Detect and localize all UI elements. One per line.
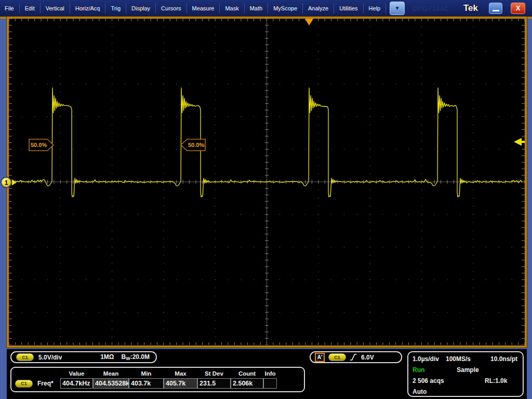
ref-level-marker[interactable]: 50.0% (29, 139, 54, 151)
col-info: Info (263, 369, 277, 378)
sample-rate: 100MS/s (446, 354, 471, 365)
time-per-point: 10.0ns/pt (490, 354, 517, 365)
close-button[interactable]: X (511, 3, 525, 14)
menu-trig[interactable]: Trig (105, 3, 126, 14)
readout-panel: C1 5.0V/div 1MΩ BW:20.0M A' C1 6.0V 1.0µ… (7, 349, 527, 399)
channel-1-arrow-icon (12, 179, 17, 185)
menu-utilities[interactable]: Utilities (334, 3, 363, 14)
measurement-table[interactable]: Value Mean Min Max St Dev Count Info C1 … (10, 367, 305, 392)
trigger-position-marker[interactable] (305, 19, 313, 25)
trigger-level: 6.0V (361, 354, 374, 361)
col-stdev: St Dev (197, 369, 231, 378)
channel-1-badge: 1 (1, 177, 12, 188)
menu-measure[interactable]: Measure (187, 3, 220, 14)
menu-myscope[interactable]: MyScope (268, 3, 303, 14)
menu-display[interactable]: Display (126, 3, 156, 14)
meas-stdev: 231.5 (197, 378, 231, 389)
meas-max: 405.7k (164, 378, 197, 389)
oscilloscope-app: File Edit Vertical Horiz/Acq Trig Displa… (0, 0, 532, 399)
waveform-display[interactable]: 50.0% 50.0% (9, 19, 525, 345)
menu-analyze[interactable]: Analyze (303, 3, 334, 14)
acq-mode: Sample (457, 365, 479, 376)
acq-count: 2 506 acqs (413, 377, 444, 384)
col-max: Max (164, 369, 197, 378)
time-per-div: 1.0µs/div (413, 355, 439, 363)
col-value: Value (60, 369, 93, 378)
col-count: Count (231, 369, 263, 378)
measurement-name: Freq* (37, 380, 54, 387)
meas-min: 403.7k (129, 378, 164, 389)
menu-dropdown-button[interactable]: ▼ (390, 2, 405, 15)
trigger-source-badge: C1 (328, 353, 346, 361)
trigger-readout[interactable]: A' C1 6.0V (310, 351, 402, 363)
channel-1-marker[interactable]: 1 (1, 177, 18, 188)
channel-1-waveform (11, 88, 522, 197)
meas-info (263, 378, 277, 389)
svg-text:50.0%: 50.0% (31, 142, 47, 148)
menu-help[interactable]: Help (364, 3, 387, 14)
menu-vertical[interactable]: Vertical (41, 3, 70, 14)
meas-source-badge: C1 (15, 380, 33, 388)
menu-cursors[interactable]: Cursors (156, 3, 187, 14)
menu-bar: File Edit Vertical Horiz/Acq Trig Displa… (0, 0, 532, 17)
trigger-mode: Auto (413, 388, 427, 395)
record-length: RL:1.0k (485, 376, 507, 387)
menu-file[interactable]: File (0, 3, 20, 14)
measurement-row: C1 Freq* 404.7kHz 404.53528k 403.7k 405.… (11, 378, 304, 389)
ref-level-marker[interactable]: 50.0% (181, 139, 205, 151)
col-min: Min (129, 369, 164, 378)
menu-horiz-acq[interactable]: Horiz/Acq (70, 3, 106, 14)
run-status: Run (413, 366, 424, 374)
menu-mask[interactable]: Mask (220, 3, 244, 14)
meas-count: 2.506k (231, 378, 263, 389)
menu-math[interactable]: Math (245, 3, 268, 14)
horizontal-acquisition-readout[interactable]: 1.0µs/div 100MS/s 10.0ns/pt Run Sample 2… (407, 351, 524, 397)
measurement-headers: Value Mean Min Max St Dev Count Info (11, 369, 304, 378)
impedance: 1MΩ (100, 353, 114, 361)
meas-mean: 404.53528k (93, 378, 129, 389)
volts-per-div: 5.0V/div (38, 354, 62, 361)
col-mean: Mean (93, 369, 129, 378)
meas-value: 404.7kHz (60, 378, 93, 389)
menu-edit[interactable]: Edit (20, 3, 41, 14)
channel-readout[interactable]: C1 5.0V/div 1MΩ BW:20.0M (10, 351, 157, 363)
trigger-level-arrow[interactable] (514, 138, 525, 146)
svg-text:50.0%: 50.0% (188, 142, 204, 148)
chevron-down-icon: ▼ (395, 6, 400, 11)
trigger-a-chip: A' (315, 353, 325, 362)
tek-logo: Tek (463, 3, 478, 14)
graticule-frame: 50.0% 50.0% (7, 17, 527, 348)
model-label: DPO7104C (413, 5, 449, 12)
minimize-icon (493, 10, 499, 11)
c1-badge: C1 (16, 353, 34, 361)
minimize-button[interactable] (489, 3, 502, 14)
rising-edge-icon (350, 353, 357, 361)
bandwidth: BW:20.0M (121, 353, 150, 361)
